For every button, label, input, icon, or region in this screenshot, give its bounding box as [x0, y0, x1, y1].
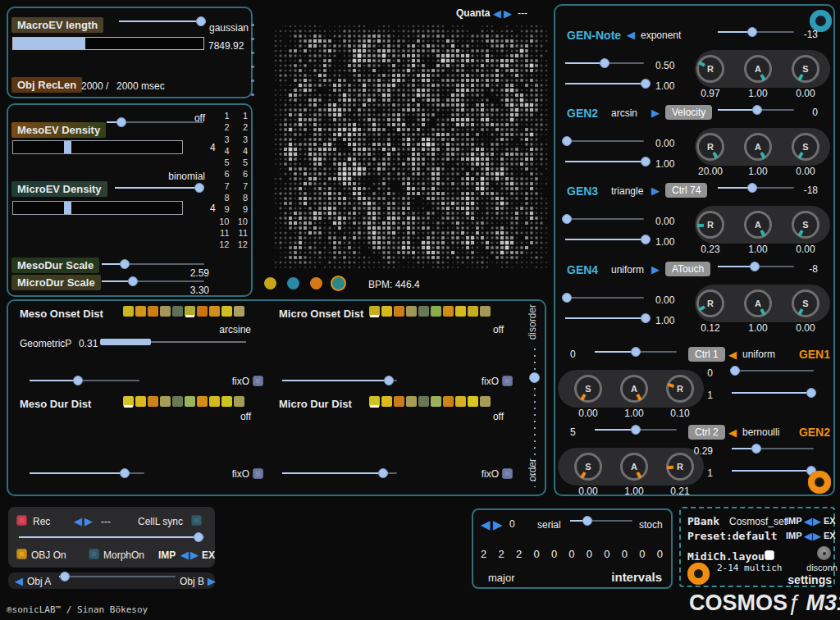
knob-A[interactable]: A: [744, 55, 772, 83]
scale-name[interactable]: major: [488, 572, 515, 584]
track-number[interactable]: 11: [237, 228, 249, 239]
meso-onset-fixo-checkbox[interactable]: [253, 376, 263, 386]
track-number[interactable]: 9: [218, 204, 230, 216]
dist-square[interactable]: [406, 306, 417, 317]
track-number[interactable]: 3: [237, 134, 249, 146]
obj-reclen-value[interactable]: 2000 /: [81, 80, 108, 92]
gen4-route-arrow-icon[interactable]: [651, 264, 660, 275]
track-number[interactable]: 5: [237, 157, 249, 169]
slider-thumb[interactable]: [562, 214, 572, 224]
mesoev-dist-slider[interactable]: [107, 116, 203, 128]
gen-note-main-slider[interactable]: [718, 26, 794, 38]
dist-square[interactable]: [148, 306, 158, 317]
geometricp-bar[interactable]: [100, 338, 246, 346]
gen2-p1-slider[interactable]: [565, 135, 644, 147]
track-number[interactable]: 2: [218, 122, 230, 134]
gen4-p2-slider[interactable]: [565, 312, 648, 324]
interval-value[interactable]: 0: [639, 548, 645, 560]
gen3-dist[interactable]: triangle: [611, 185, 643, 197]
quanta-next-icon[interactable]: [504, 8, 512, 19]
gen3-target-button[interactable]: Ctrl 74: [665, 183, 707, 198]
gen4-p1-slider[interactable]: [565, 292, 644, 303]
quanta-prev-icon[interactable]: [493, 8, 501, 19]
track-number[interactable]: 9: [237, 204, 249, 216]
slider-thumb[interactable]: [641, 313, 651, 323]
slider-thumb[interactable]: [750, 262, 760, 271]
gen2-p2-slider[interactable]: [565, 156, 648, 167]
dist-square[interactable]: [185, 306, 195, 317]
micro-dur-fixo-checkbox[interactable]: [502, 468, 513, 479]
ex-label[interactable]: EX: [202, 549, 215, 561]
dist-square[interactable]: [455, 396, 466, 407]
knob-A[interactable]: A: [744, 289, 772, 317]
dist-square[interactable]: [234, 306, 244, 317]
gen2-main-slider[interactable]: [718, 104, 794, 116]
gen4-dist[interactable]: uniform: [611, 264, 644, 276]
meso-dur-slider[interactable]: [30, 467, 144, 479]
preset-ex-label[interactable]: EX: [824, 531, 836, 540]
slider-thumb[interactable]: [600, 58, 609, 68]
interval-value[interactable]: 0: [604, 548, 609, 560]
track-number[interactable]: 1: [218, 111, 230, 122]
dist-square[interactable]: [418, 306, 429, 317]
dist-square[interactable]: [209, 396, 220, 407]
cell-sync-checkbox[interactable]: [191, 515, 202, 526]
gen-panel-mod-power-button[interactable]: [808, 471, 831, 494]
obj-on-checkbox[interactable]: [16, 549, 27, 559]
dist-square[interactable]: [172, 306, 183, 317]
interval-value[interactable]: 0: [587, 548, 592, 560]
transport-slider[interactable]: [19, 531, 204, 543]
dist-square[interactable]: [123, 306, 134, 317]
dist-square[interactable]: [123, 396, 134, 407]
mod-gen2-dist[interactable]: bernoulli: [742, 426, 779, 438]
slider-thumb[interactable]: [384, 376, 394, 385]
gen-note-route-arrow-icon[interactable]: [627, 30, 635, 40]
imp-label[interactable]: IMP: [158, 549, 176, 561]
knob-R[interactable]: R: [696, 211, 724, 239]
slider-thumb[interactable]: [631, 425, 641, 435]
gen-note-dist[interactable]: exponent: [641, 30, 681, 41]
meso-dur-fixo-checkbox[interactable]: [253, 468, 263, 479]
interval-value[interactable]: 0: [568, 548, 574, 560]
dist-square[interactable]: [443, 306, 454, 317]
dist-square[interactable]: [185, 396, 195, 407]
knob-R[interactable]: R: [696, 289, 724, 317]
dist-square[interactable]: [369, 306, 380, 317]
knob-A[interactable]: A: [620, 453, 648, 481]
mod-gen1-r2-slider[interactable]: [732, 387, 814, 399]
slider-thumb[interactable]: [641, 235, 651, 244]
macroev-length-slider[interactable]: [119, 16, 205, 27]
track-number[interactable]: 5: [218, 157, 230, 169]
track-number[interactable]: 8: [237, 193, 249, 204]
obj-b-arrow-icon[interactable]: [208, 576, 216, 586]
slider-thumb[interactable]: [806, 388, 816, 398]
dist-square[interactable]: [455, 306, 466, 317]
knob-R[interactable]: R: [696, 55, 724, 83]
dist-square[interactable]: [443, 396, 454, 407]
dist-square[interactable]: [160, 396, 171, 407]
slider-thumb[interactable]: [194, 532, 203, 542]
slider-thumb[interactable]: [730, 366, 740, 376]
track-number[interactable]: 12: [218, 239, 230, 251]
dist-square[interactable]: [431, 396, 441, 407]
intervals-prev-icon[interactable]: [481, 518, 491, 531]
dist-square[interactable]: [209, 306, 220, 317]
dist-square[interactable]: [381, 396, 392, 407]
gen3-p1-slider[interactable]: [565, 213, 644, 225]
gen2-dist[interactable]: arcsin: [611, 107, 637, 119]
track-number[interactable]: 10: [218, 217, 230, 228]
slider-thumb[interactable]: [641, 157, 651, 166]
dist-square[interactable]: [197, 396, 208, 407]
mod-gen2-ctrl-button[interactable]: Ctrl 2: [688, 425, 725, 440]
pbank-value[interactable]: Cosmosf_set: [729, 516, 787, 527]
track-number[interactable]: 7: [237, 181, 249, 193]
micro-onset-fixo-checkbox[interactable]: [502, 376, 513, 386]
dist-square[interactable]: [221, 306, 232, 317]
gen3-main-slider[interactable]: [718, 182, 794, 194]
track-number[interactable]: 3: [218, 134, 230, 146]
knob-A[interactable]: A: [744, 211, 772, 239]
slider-thumb[interactable]: [747, 183, 757, 193]
disconn-knob[interactable]: [817, 546, 831, 560]
dist-square[interactable]: [431, 306, 441, 317]
dist-square[interactable]: [172, 396, 183, 407]
